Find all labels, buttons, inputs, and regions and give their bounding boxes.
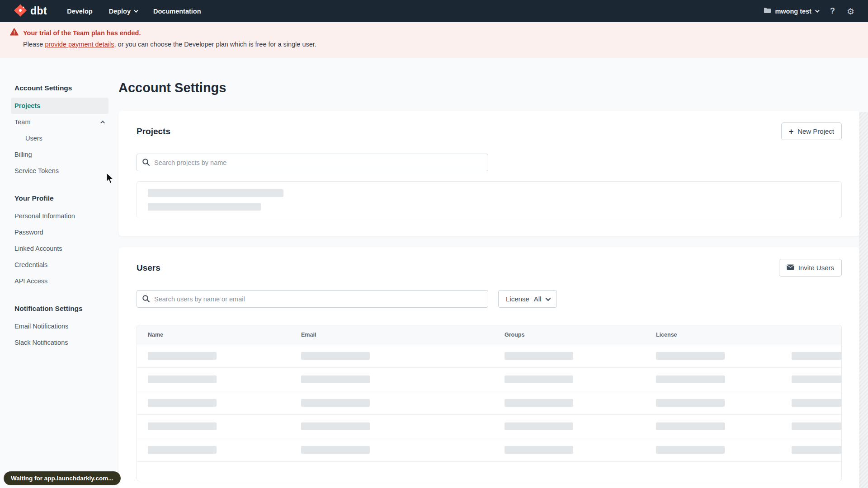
skeleton-bar (301, 446, 370, 454)
sidebar-item-label: Slack Notifications (14, 339, 68, 346)
skeleton-bar (505, 352, 573, 360)
table-cell (781, 422, 841, 430)
sidebar-item-service-tokens[interactable]: Service Tokens (11, 163, 108, 179)
table-cell (290, 399, 494, 407)
table-cell (494, 446, 645, 454)
nav-item-deploy[interactable]: Deploy (109, 8, 137, 15)
table-cell (494, 399, 645, 407)
table-cell (494, 352, 645, 360)
sidebar-heading-notification-settings: Notification Settings (11, 305, 108, 313)
table-row (137, 438, 841, 462)
table-cell (290, 375, 494, 383)
nav-item-develop[interactable]: Develop (67, 8, 92, 15)
sidebar-item-api-access[interactable]: API Access (11, 273, 108, 289)
help-icon[interactable]: ? (830, 6, 835, 16)
sidebar-item-team[interactable]: Team (11, 114, 108, 130)
skeleton-bar (792, 422, 841, 430)
skeleton-bar (656, 375, 725, 383)
top-navbar: dbt Develop Deploy Documentation mwong t… (0, 0, 868, 22)
users-table-body (137, 344, 841, 462)
search-icon (142, 295, 150, 305)
sidebar-item-label: Service Tokens (14, 167, 59, 174)
table-cell (494, 422, 645, 430)
table-cell (645, 399, 781, 407)
users-search-input[interactable] (137, 290, 488, 308)
banner-body: Please provide payment details, or you c… (23, 41, 868, 48)
plus-icon: + (789, 127, 794, 136)
sidebar-item-label: API Access (14, 277, 47, 285)
sidebar-item-label: Linked Accounts (14, 245, 62, 252)
sidebar-item-credentials[interactable]: Credentials (11, 257, 108, 273)
table-cell (137, 422, 290, 430)
chevron-down-icon (134, 8, 138, 13)
sidebar-item-slack-notifications[interactable]: Slack Notifications (11, 334, 108, 351)
column-header-groups: Groups (494, 332, 645, 338)
table-cell (137, 399, 290, 407)
settings-sidebar: Account Settings Projects Team Users Bil… (0, 58, 108, 366)
gear-icon[interactable]: ⚙ (847, 6, 854, 16)
envelope-icon (787, 264, 794, 272)
table-cell (645, 446, 781, 454)
skeleton-bar (792, 446, 841, 454)
skeleton-bar (656, 446, 725, 454)
table-cell (645, 422, 781, 430)
skeleton-bar (301, 422, 370, 430)
sidebar-item-label: Email Notifications (14, 323, 68, 330)
sidebar-heading-your-profile: Your Profile (11, 194, 108, 202)
skeleton-bar (656, 352, 725, 360)
nav-item-label: Deploy (109, 8, 131, 15)
sidebar-item-email-notifications[interactable]: Email Notifications (11, 318, 108, 334)
table-cell (645, 352, 781, 360)
nav-item-label: Documentation (153, 8, 201, 15)
sidebar-item-linked-accounts[interactable]: Linked Accounts (11, 240, 108, 257)
invite-users-button[interactable]: Invite Users (779, 259, 842, 277)
skeleton-bar (505, 422, 573, 430)
skeleton-bar (505, 399, 573, 407)
dbt-logo-text: dbt (30, 5, 47, 17)
sidebar-item-label: Password (14, 229, 43, 236)
license-filter-dropdown[interactable]: License All (498, 290, 557, 308)
projects-loading-skeleton (137, 181, 842, 218)
skeleton-bar (148, 352, 217, 360)
skeleton-bar (148, 422, 217, 430)
license-filter-value: All (534, 295, 542, 303)
sidebar-item-billing[interactable]: Billing (11, 146, 108, 163)
skeleton-bar (148, 446, 217, 454)
skeleton-bar (301, 375, 370, 383)
sidebar-item-personal-information[interactable]: Personal Information (11, 208, 108, 224)
column-header-name: Name (137, 332, 290, 338)
sidebar-item-label: Team (14, 118, 30, 126)
alert-triangle-icon (10, 28, 19, 38)
users-table-header: Name Email Groups License (137, 325, 841, 344)
table-cell (137, 375, 290, 383)
chevron-up-icon (100, 120, 105, 125)
nav-item-documentation[interactable]: Documentation (153, 8, 201, 15)
projects-card: Projects + New Project (118, 111, 860, 236)
sidebar-item-label: Projects (14, 102, 40, 109)
table-row (137, 368, 841, 391)
payment-details-link[interactable]: provide payment details (45, 41, 114, 48)
skeleton-bar (148, 203, 261, 211)
sidebar-item-password[interactable]: Password (11, 224, 108, 240)
table-cell (290, 352, 494, 360)
table-cell (137, 446, 290, 454)
dbt-logo[interactable]: dbt (14, 4, 47, 19)
sidebar-item-label: Users (25, 135, 42, 142)
sidebar-item-users[interactable]: Users (11, 130, 108, 146)
table-footer-space (137, 462, 841, 481)
browser-status-tooltip: Waiting for app.launchdarkly.com... (4, 471, 121, 485)
trial-ended-banner: Your trial of the Team plan has ended. P… (0, 22, 868, 58)
users-card-title: Users (137, 263, 160, 273)
dbt-logo-icon (14, 4, 27, 19)
table-row (137, 391, 841, 415)
new-project-button[interactable]: + New Project (781, 122, 842, 140)
sidebar-item-projects[interactable]: Projects (11, 98, 108, 114)
skeleton-bar (792, 399, 841, 407)
table-cell (781, 352, 841, 360)
skeleton-bar (656, 399, 725, 407)
projects-search-input[interactable] (137, 154, 488, 171)
table-cell (781, 399, 841, 407)
banner-body-suffix: , or you can choose the Developer plan w… (114, 41, 316, 48)
chevron-down-icon (546, 296, 551, 300)
account-switcher[interactable]: mwong test (764, 7, 818, 15)
